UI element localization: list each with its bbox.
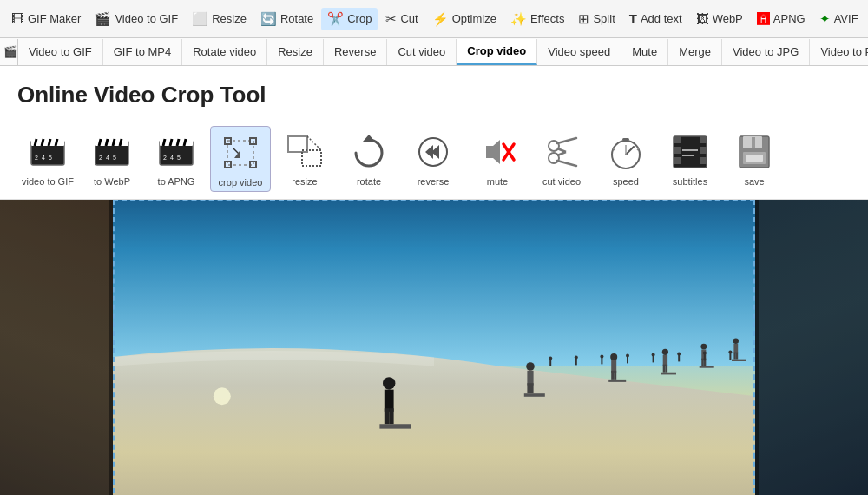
optimize-icon: ⚡: [432, 11, 449, 27]
tool-label-reverse: reverse: [418, 176, 450, 187]
tool-to-apng[interactable]: 2 4 5 to APNG: [146, 126, 207, 190]
svg-text:4: 4: [170, 155, 174, 161]
nav-gif-maker[interactable]: 🎞 GIF Maker: [5, 8, 87, 30]
svg-marker-41: [486, 140, 500, 164]
page-title: Online Video Crop Tool: [0, 66, 868, 119]
tab-resize[interactable]: Resize: [267, 39, 324, 65]
tool-icon-cut-video: [539, 129, 584, 175]
nav-crop[interactable]: ✂️ Crop: [321, 8, 378, 30]
tab-video-to-gif[interactable]: Video to GIF: [18, 39, 103, 65]
tool-label-to-apng: to APNG: [158, 176, 195, 187]
nav-add-text[interactable]: T Add text: [623, 8, 688, 30]
tool-icon-crop-video: [218, 130, 263, 175]
svg-marker-37: [363, 135, 375, 142]
tab-navigation: 🎬 Video to GIF GIF to MP4 Rotate video R…: [0, 38, 868, 66]
tool-video-to-gif[interactable]: 2 4 5 video to GIF: [17, 126, 78, 190]
nav-video-to-gif[interactable]: 🎬 Video to GIF: [89, 8, 184, 30]
content-area: Online Video Crop Tool 2 4 5 video: [0, 66, 868, 495]
video-main: [113, 200, 755, 495]
tool-save[interactable]: save: [724, 126, 785, 190]
tool-to-webp[interactable]: 2 4 5 to WebP: [82, 126, 142, 190]
avif-icon: ✦: [819, 11, 831, 27]
svg-line-20: [163, 139, 165, 146]
tool-resize[interactable]: resize: [274, 126, 335, 190]
effects-icon: ✨: [510, 11, 527, 27]
tab-merge[interactable]: Merge: [668, 39, 722, 65]
tool-icon-subtitles: [667, 129, 713, 175]
tab-crop-video[interactable]: Crop video: [457, 39, 537, 65]
tab-reverse[interactable]: Reverse: [324, 39, 387, 65]
svg-text:4: 4: [106, 155, 109, 161]
tab-mute[interactable]: Mute: [621, 39, 668, 65]
rotate-icon: 🔄: [260, 11, 277, 27]
svg-line-51: [626, 147, 634, 155]
nav-apng[interactable]: 🅰 APNG: [751, 8, 812, 30]
split-icon: ⊞: [578, 11, 589, 27]
svg-rect-53: [622, 138, 629, 141]
svg-line-36: [307, 136, 321, 150]
tool-label-crop-video: crop video: [219, 177, 263, 188]
tool-subtitles[interactable]: subtitles: [660, 126, 720, 190]
filmstrip-right-canvas: [755, 200, 868, 495]
svg-rect-67: [752, 137, 755, 148]
svg-rect-60: [700, 136, 707, 143]
svg-line-14: [120, 139, 122, 146]
tab-video-speed[interactable]: Video speed: [537, 39, 621, 65]
tab-rotate-video[interactable]: Rotate video: [182, 39, 267, 65]
tool-label-video-to-gif: video to GIF: [22, 176, 74, 187]
nav-optimize[interactable]: ⚡ Optimize: [426, 8, 503, 30]
tool-label-resize: resize: [292, 176, 317, 187]
tab-video-to-jpg[interactable]: Video to JPG: [722, 39, 810, 65]
tool-row: 2 4 5 video to GIF 2 4 5: [0, 119, 868, 200]
crop-icon: ✂️: [327, 11, 344, 27]
svg-text:2: 2: [163, 155, 167, 161]
nav-split[interactable]: ⊞ Split: [572, 8, 621, 30]
tab-video-to-png[interactable]: Video to PNG: [810, 39, 868, 65]
svg-line-46: [557, 138, 576, 143]
svg-rect-34: [288, 136, 307, 152]
nav-effects[interactable]: ✨ Effects: [504, 8, 571, 30]
tool-rotate[interactable]: rotate: [339, 126, 399, 190]
svg-text:2: 2: [99, 155, 102, 161]
tool-icon-to-apng: 2 4 5: [154, 129, 199, 175]
svg-rect-57: [674, 136, 681, 143]
video-canvas: [113, 200, 755, 495]
tool-icon-video-to-gif: 2 4 5: [25, 129, 70, 175]
tool-icon-save: [732, 129, 777, 175]
tab-home-icon[interactable]: 🎬: [3, 39, 18, 65]
video-area: [0, 200, 868, 495]
svg-line-23: [184, 139, 186, 146]
tool-reverse[interactable]: reverse: [403, 126, 464, 190]
resize-icon: ⬜: [192, 11, 208, 27]
tab-cut-video[interactable]: Cut video: [387, 39, 457, 65]
svg-line-49: [557, 152, 566, 155]
svg-rect-61: [700, 147, 707, 154]
filmstrip-left-canvas: [0, 200, 113, 495]
webp-icon: 🖼: [696, 11, 709, 26]
svg-rect-59: [674, 157, 681, 164]
add-text-icon: T: [629, 11, 637, 26]
tool-icon-to-webp: 2 4 5: [89, 129, 135, 175]
svg-rect-69: [746, 155, 763, 162]
tool-icon-reverse: [411, 129, 456, 175]
tool-icon-resize: [282, 129, 327, 175]
home-film-icon: 🎬: [3, 45, 17, 58]
tool-label-cut-video: cut video: [542, 176, 581, 187]
tool-icon-mute: [475, 129, 520, 175]
nav-cut[interactable]: ✂ Cut: [379, 8, 424, 30]
nav-webp[interactable]: 🖼 WebP: [690, 8, 749, 30]
tool-crop-video[interactable]: crop video: [210, 126, 271, 192]
svg-line-5: [56, 139, 57, 146]
tab-gif-to-mp4[interactable]: GIF to MP4: [103, 39, 182, 65]
tool-icon-speed: [603, 129, 648, 175]
nav-resize[interactable]: ⬜ Resize: [186, 8, 253, 30]
svg-rect-58: [674, 147, 681, 154]
nav-avif[interactable]: ✦ AVIF: [813, 8, 865, 30]
filmstrip-left: [0, 200, 113, 495]
tool-label-rotate: rotate: [357, 176, 381, 187]
svg-text:5: 5: [49, 155, 52, 161]
tool-cut-video[interactable]: cut video: [531, 126, 592, 190]
tool-mute[interactable]: mute: [467, 126, 528, 190]
tool-speed[interactable]: speed: [595, 126, 656, 190]
nav-rotate[interactable]: 🔄 Rotate: [254, 8, 319, 30]
